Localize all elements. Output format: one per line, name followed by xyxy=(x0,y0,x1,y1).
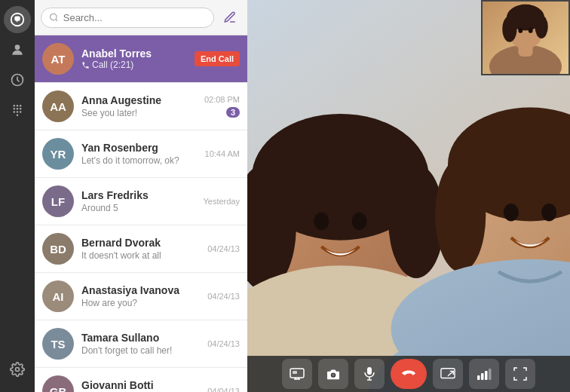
mic-button[interactable] xyxy=(354,359,385,389)
svg-point-24 xyxy=(314,213,329,230)
fullscreen-button[interactable] xyxy=(505,359,535,389)
svg-point-5 xyxy=(20,105,22,107)
svg-point-12 xyxy=(17,114,19,116)
avatar-lars-fredriks: LF xyxy=(42,185,74,217)
sidebar-icon-contacts[interactable] xyxy=(4,36,31,63)
svg-line-53 xyxy=(448,371,453,375)
avatar-bernard-dvorak: BD xyxy=(42,233,74,265)
contact-meta-yan-rosenberg: 10:44 AM xyxy=(205,149,240,158)
contact-time-yan-rosenberg: 10:44 AM xyxy=(205,149,240,158)
search-icon xyxy=(49,12,59,23)
svg-point-33 xyxy=(504,204,519,221)
contact-meta-anna-augestine: 02:08 PM 3 xyxy=(204,95,240,118)
search-bar xyxy=(35,0,247,35)
svg-point-44 xyxy=(529,28,533,33)
contact-meta-bernard-dvorak: 04/24/13 xyxy=(207,244,240,253)
svg-point-4 xyxy=(17,105,19,107)
svg-point-14 xyxy=(51,14,57,20)
contact-name-tamara-sullano: Tamara Sullano xyxy=(81,332,200,344)
screen-share-button[interactable] xyxy=(433,359,463,389)
video-controls xyxy=(247,356,570,392)
contact-info-tamara-sullano: Tamara Sullano Don't forget to call her! xyxy=(81,332,200,356)
svg-point-31 xyxy=(435,158,486,272)
contact-info-anastasiya-ivanova: Anastasiya Ivanova How are you? xyxy=(81,284,200,308)
contact-info-anabel-torres: Anabel Torres Call (2:21) xyxy=(81,47,187,70)
video-thumbnail xyxy=(481,0,570,75)
contact-meta-anabel-torres: End Call xyxy=(195,51,240,66)
compose-button[interactable] xyxy=(219,6,241,29)
contact-preview-tamara-sullano: Don't forget to call her! xyxy=(81,345,200,356)
contact-preview-lars-fredriks: Around 5 xyxy=(81,203,195,213)
svg-point-13 xyxy=(16,368,20,372)
end-call-button[interactable]: End Call xyxy=(195,51,240,66)
video-main xyxy=(247,0,570,392)
svg-rect-49 xyxy=(367,367,372,375)
svg-point-3 xyxy=(14,105,16,107)
video-area: 13:51 xyxy=(247,0,570,392)
contact-preview-bernard-dvorak: It doesn't work at all xyxy=(81,250,200,261)
contact-item-anna-augestine[interactable]: AA Anna Augestine See you later! 02:08 P… xyxy=(35,83,247,130)
contact-info-yan-rosenberg: Yan Rosenberg Let's do it tomorrow, ok? xyxy=(81,142,198,166)
svg-rect-55 xyxy=(481,373,484,380)
contact-item-anastasiya-ivanova[interactable]: AI Anastasiya Ivanova How are you? 04/24… xyxy=(35,273,247,320)
search-input[interactable] xyxy=(63,12,206,23)
contact-time-tamara-sullano: 04/24/13 xyxy=(207,339,240,348)
svg-rect-52 xyxy=(441,369,455,378)
svg-point-8 xyxy=(20,108,22,110)
contact-name-anastasiya-ivanova: Anastasiya Ivanova xyxy=(81,284,200,296)
svg-rect-57 xyxy=(489,369,492,380)
sidebar-icon-settings[interactable] xyxy=(4,356,31,383)
contact-name-giovanni-botti: Giovanni Botti xyxy=(81,379,200,391)
signal-button[interactable] xyxy=(469,359,499,389)
avatar-anabel-torres: AT xyxy=(42,43,74,75)
contact-name-anna-augestine: Anna Augestine xyxy=(81,94,197,106)
contact-preview-anna-augestine: See you later! xyxy=(81,108,197,118)
contact-list: AT Anabel Torres Call (2:21) End Call AA… xyxy=(35,35,247,392)
search-input-wrap[interactable] xyxy=(41,8,214,28)
contact-preview-anastasiya-ivanova: How are you? xyxy=(81,298,200,308)
contact-info-bernard-dvorak: Bernard Dvorak It doesn't work at all xyxy=(81,237,200,261)
main-area: 13:51 xyxy=(247,0,570,392)
contact-preview-yan-rosenberg: Let's do it tomorrow, ok? xyxy=(81,155,198,166)
contact-meta-lars-fredriks: Yesterday xyxy=(203,197,240,206)
avatar-anastasiya-ivanova: AI xyxy=(42,280,74,312)
contact-name-yan-rosenberg: Yan Rosenberg xyxy=(81,142,198,154)
contact-time-anna-augestine: 02:08 PM xyxy=(204,95,240,104)
contact-time-anastasiya-ivanova: 04/24/13 xyxy=(207,292,240,301)
contact-info-anna-augestine: Anna Augestine See you later! xyxy=(81,94,197,118)
svg-point-6 xyxy=(14,108,16,110)
contact-meta-giovanni-botti: 04/04/13 xyxy=(207,387,240,392)
contact-item-giovanni-botti[interactable]: GB Giovanni Botti Was nice catching up! … xyxy=(35,368,247,392)
contact-item-lars-fredriks[interactable]: LF Lars Fredriks Around 5 Yesterday xyxy=(35,178,247,225)
badge-anna-augestine: 3 xyxy=(226,107,240,118)
contact-info-giovanni-botti: Giovanni Botti Was nice catching up! xyxy=(81,379,200,392)
svg-line-15 xyxy=(56,19,57,20)
contact-item-yan-rosenberg[interactable]: YR Yan Rosenberg Let's do it tomorrow, o… xyxy=(35,130,247,178)
sidebar xyxy=(0,0,35,392)
svg-point-41 xyxy=(502,16,516,42)
contact-time-bernard-dvorak: 04/24/13 xyxy=(207,244,240,253)
contact-item-anabel-torres[interactable]: AT Anabel Torres Call (2:21) End Call xyxy=(35,35,247,83)
svg-point-34 xyxy=(541,204,556,221)
contact-time-lars-fredriks: Yesterday xyxy=(203,197,240,206)
contact-item-bernard-dvorak[interactable]: BD Bernard Dvorak It doesn't work at all… xyxy=(35,225,247,273)
svg-point-11 xyxy=(20,111,22,113)
svg-point-48 xyxy=(332,374,335,377)
sidebar-icon-viber[interactable] xyxy=(4,6,31,33)
contact-meta-tamara-sullano: 04/24/13 xyxy=(207,339,240,348)
svg-rect-54 xyxy=(477,375,480,380)
avatar-tamara-sullano: TS xyxy=(42,328,74,360)
contact-name-lars-fredriks: Lars Fredriks xyxy=(81,189,195,201)
svg-point-9 xyxy=(14,111,16,113)
svg-point-43 xyxy=(518,28,522,33)
contact-panel: AT Anabel Torres Call (2:21) End Call AA… xyxy=(35,0,247,392)
sidebar-icon-recents[interactable] xyxy=(4,66,31,93)
svg-rect-46 xyxy=(293,371,297,374)
present-button[interactable] xyxy=(282,359,312,389)
contact-name-anabel-torres: Anabel Torres xyxy=(81,47,187,60)
avatar-giovanni-botti: GB xyxy=(42,375,74,392)
sidebar-icon-dialpad[interactable] xyxy=(4,96,31,124)
contact-item-tamara-sullano[interactable]: TS Tamara Sullano Don't forget to call h… xyxy=(35,320,247,368)
end-call-video-button[interactable] xyxy=(391,359,427,389)
camera-button[interactable] xyxy=(318,359,348,389)
